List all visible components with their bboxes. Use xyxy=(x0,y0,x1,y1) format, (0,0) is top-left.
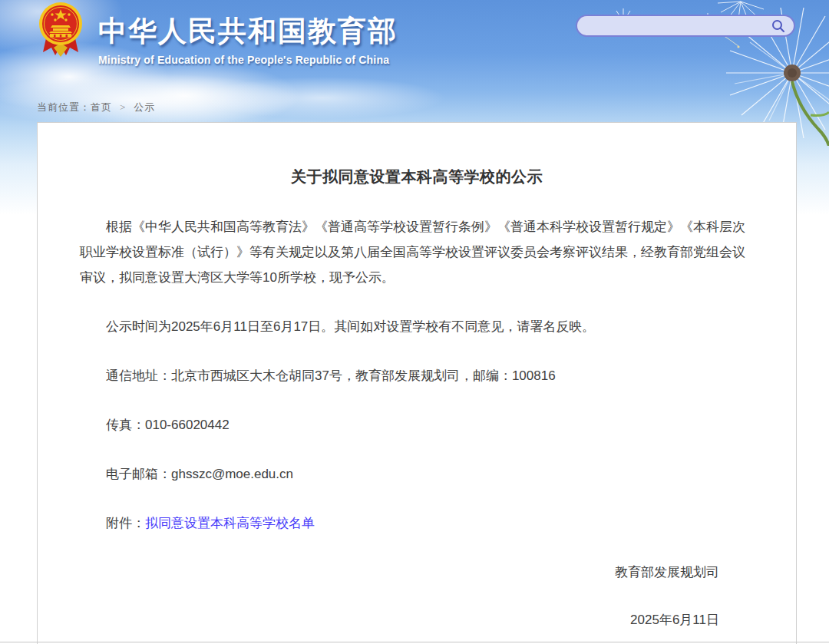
article-paragraph: 电子邮箱：ghsszc@moe.edu.cn xyxy=(80,461,754,487)
article-paragraph: 通信地址：北京市西城区大木仓胡同37号，教育部发展规划司，邮编：100816 xyxy=(80,363,754,388)
article-body: 根据《中华人民共和国高等教育法》《普通高等学校设置暂行条例》《普通本科学校设置暂… xyxy=(80,214,754,632)
search-button[interactable] xyxy=(769,17,788,35)
article-paragraph: 公示时间为2025年6月11日至6月17日。其间如对设置学校有不同意见，请署名反… xyxy=(80,314,754,339)
signature-date: 2025年6月11日 xyxy=(80,607,719,632)
article-paragraph: 根据《中华人民共和国高等教育法》《普通高等学校设置暂行条例》《普通本科学校设置暂… xyxy=(80,214,754,290)
breadcrumb-separator: > xyxy=(120,101,126,113)
cloud-decoration xyxy=(200,77,445,119)
attachment-link[interactable]: 拟同意设置本科高等学校名单 xyxy=(145,516,315,530)
breadcrumb-label: 当前位置： xyxy=(37,101,91,113)
signature-department: 教育部发展规划司 xyxy=(80,560,719,585)
page-title: 关于拟同意设置本科高等学校的公示 xyxy=(80,167,754,187)
article-paragraph: 传真：010-66020442 xyxy=(80,412,754,438)
site-subtitle: Ministry of Education of the People's Re… xyxy=(98,54,398,66)
search-box[interactable] xyxy=(576,15,795,37)
breadcrumb: 当前位置：首页>公示 xyxy=(37,101,155,114)
breadcrumb-current-link[interactable]: 公示 xyxy=(134,101,155,113)
search-icon xyxy=(771,19,785,33)
attachment-line: 附件：拟同意设置本科高等学校名单 xyxy=(80,510,754,536)
page: 中华人民共和国教育部 Ministry of Education of the … xyxy=(0,0,829,644)
footer-divider xyxy=(0,642,829,642)
attachment-label: 附件： xyxy=(106,516,145,530)
search-input[interactable] xyxy=(588,16,769,35)
site-title: 中华人民共和国教育部 xyxy=(98,12,398,51)
signature-block: 教育部发展规划司 2025年6月11日 xyxy=(80,560,754,632)
national-emblem-icon xyxy=(38,2,83,58)
breadcrumb-home-link[interactable]: 首页 xyxy=(91,101,112,113)
notice-card: 关于拟同意设置本科高等学校的公示 根据《中华人民共和国高等教育法》《普通高等学校… xyxy=(37,122,797,644)
site-brand: 中华人民共和国教育部 Ministry of Education of the … xyxy=(38,2,398,66)
